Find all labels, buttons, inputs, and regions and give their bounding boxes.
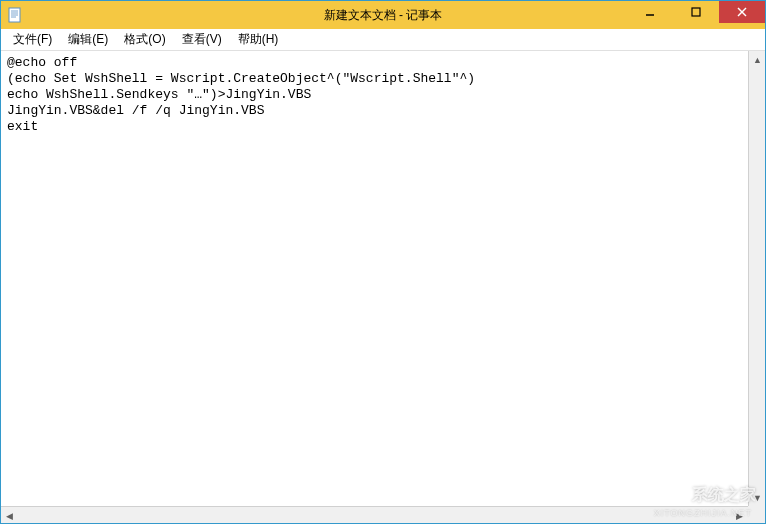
menubar: 文件(F) 编辑(E) 格式(O) 查看(V) 帮助(H) xyxy=(1,29,765,51)
scroll-down-arrow-icon[interactable]: ▼ xyxy=(749,489,765,506)
menu-help[interactable]: 帮助(H) xyxy=(230,29,287,50)
notepad-window: 新建文本文档 - 记事本 文件(F) 编辑(E) 格式(O) 查看(V) 帮助(… xyxy=(0,0,766,524)
window-title: 新建文本文档 - 记事本 xyxy=(324,7,443,24)
titlebar[interactable]: 新建文本文档 - 记事本 xyxy=(1,1,765,29)
vertical-scrollbar[interactable]: ▲ ▼ xyxy=(748,51,765,523)
notepad-icon xyxy=(7,7,23,23)
menu-format[interactable]: 格式(O) xyxy=(116,29,173,50)
svg-rect-6 xyxy=(692,8,700,16)
scrollbar-corner xyxy=(748,506,765,523)
text-editor[interactable]: @echo off (echo Set WshShell = Wscript.C… xyxy=(1,51,748,523)
menu-file[interactable]: 文件(F) xyxy=(5,29,60,50)
close-button[interactable] xyxy=(719,1,765,23)
scroll-left-arrow-icon[interactable]: ◀ xyxy=(1,507,18,523)
scroll-right-arrow-icon[interactable]: ▶ xyxy=(731,507,748,523)
maximize-button[interactable] xyxy=(673,1,719,23)
window-controls xyxy=(627,1,765,23)
menu-view[interactable]: 查看(V) xyxy=(174,29,230,50)
menu-edit[interactable]: 编辑(E) xyxy=(60,29,116,50)
horizontal-scrollbar[interactable]: ◀ ▶ xyxy=(1,506,748,523)
scroll-up-arrow-icon[interactable]: ▲ xyxy=(749,51,765,68)
content-area: @echo off (echo Set WshShell = Wscript.C… xyxy=(1,51,765,523)
minimize-button[interactable] xyxy=(627,1,673,23)
